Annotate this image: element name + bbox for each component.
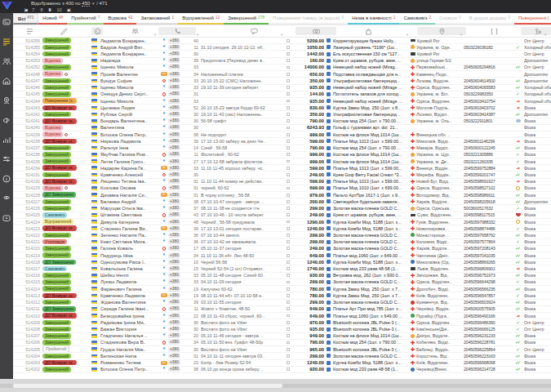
phone-prefix-badge[interactable]: +380	[168, 293, 180, 298]
phone-prefix-badge[interactable]: +380	[168, 152, 180, 157]
order-items-icon[interactable]	[287, 79, 291, 82]
tab-нема-в-наявності[interactable]: Нема в наявності1	[348, 13, 399, 24]
table-row[interactable]: 514212 Завершений Жданова Валентина * +3…	[13, 300, 551, 306]
horizontal-scrollbar[interactable]	[0, 384, 551, 388]
table-row[interactable]: 514216 Завершений Шейко Неллі * +380 33 …	[13, 273, 551, 279]
sidebar-item-marketing-icon[interactable]	[2, 115, 11, 124]
tab-завершений[interactable]: Завершений278	[224, 13, 269, 24]
location-column-icon[interactable]	[417, 27, 466, 35]
phone-prefix-badge[interactable]: +380	[168, 206, 180, 211]
sidebar-item-orders-icon[interactable]	[2, 37, 11, 46]
table-row[interactable]: 514213 ДО Возврат ск.. Кравченко Людмила…	[13, 292, 551, 299]
table-row[interactable]: 514230 ДО Возврат ск.. Лященко Тетяна Ів…	[13, 179, 551, 185]
phone-prefix-badge[interactable]: +380	[168, 38, 180, 43]
table-row[interactable]: 514210 ДО Возврат ск.. Безкоровайна Ірин…	[13, 313, 551, 319]
tab-всі[interactable]: Всі471	[13, 13, 38, 24]
phone-prefix-badge[interactable]: +380	[168, 333, 180, 338]
phone-prefix-badge[interactable]: +380	[168, 58, 180, 63]
order-items-icon[interactable]	[287, 227, 291, 230]
filter-chevron-icon[interactable]: ▼	[196, 33, 199, 37]
phone-prefix-badge[interactable]: +380	[168, 145, 180, 150]
phone-prefix-badge[interactable]: +380	[168, 91, 180, 96]
table-row[interactable]: 514235 Завершений Летяк Галина Григо.. *…	[13, 158, 551, 165]
sidebar-item-id-card-icon[interactable]	[2, 17, 11, 26]
order-items-icon[interactable]	[287, 281, 291, 284]
page-number[interactable]: 9	[48, 7, 51, 12]
table-row[interactable]: 514225 Самовивіз Штакина Светлана +380 4…	[13, 212, 551, 219]
table-row[interactable]: 514239 Відмова Білоока Олена Петр.. * +3…	[13, 131, 551, 138]
order-items-icon[interactable]	[287, 66, 291, 69]
order-items-icon[interactable]	[287, 341, 291, 345]
order-items-icon[interactable]	[287, 287, 291, 291]
order-items-icon[interactable]	[287, 52, 291, 56]
phone-prefix-badge[interactable]: +380	[168, 85, 180, 90]
products-column-icon[interactable]	[362, 27, 374, 35]
phone-prefix-badge[interactable]: +380	[168, 99, 180, 104]
order-items-icon[interactable]	[287, 153, 291, 156]
order-items-icon[interactable]	[287, 307, 291, 310]
order-items-icon[interactable]	[287, 254, 291, 257]
filter-chevron-icon[interactable]: ▼	[280, 33, 283, 37]
phone-prefix-badge[interactable]: +380	[168, 139, 180, 144]
phone-prefix-badge[interactable]: +380	[168, 51, 180, 56]
phone-prefix-badge[interactable]: +380	[168, 166, 180, 171]
phone-prefix-badge[interactable]: +380	[168, 327, 180, 332]
table-row[interactable]: 514223 ДО Возврат ск.. Стасенко Галина В…	[13, 225, 551, 232]
order-items-icon[interactable]	[287, 92, 291, 96]
phone-prefix-badge[interactable]: +380	[168, 125, 180, 130]
phone-prefix-badge[interactable]: +380	[168, 360, 180, 365]
phone-prefix-badge[interactable]: +380	[168, 266, 180, 271]
phone-prefix-badge[interactable]: +380	[168, 239, 180, 244]
table-row[interactable]: 514202 Завершений Білоока Олена Петр.. *…	[13, 367, 551, 373]
phone-column-icon[interactable]	[158, 27, 196, 35]
table-row[interactable]: 514203 ДО Возврат ск.. Романенко Тетяна …	[13, 360, 551, 367]
table-row[interactable]: 514240 Відмова Валентина * +380 30 6243.…	[13, 125, 551, 131]
sidebar-item-warehouse-icon[interactable]	[2, 76, 11, 85]
phone-prefix-badge[interactable]: +380	[168, 78, 180, 83]
table-row[interactable]: 514248 Відмова Пронів Валентин lic +380 …	[13, 71, 551, 78]
call-column-icon[interactable]	[91, 27, 103, 35]
phone-prefix-badge[interactable]: +380	[168, 246, 180, 251]
phone-prefix-badge[interactable]: +380	[168, 306, 180, 311]
scrollbar-thumb[interactable]	[13, 384, 282, 388]
sidebar-item-finance-icon[interactable]	[2, 96, 11, 105]
phone-prefix-badge[interactable]: +380	[168, 253, 180, 258]
phone-prefix-badge[interactable]: +380	[168, 233, 180, 238]
table-row[interactable]: 514219 Завершений Педурець Ніна * +380 3…	[13, 252, 551, 259]
table-row[interactable]: 514224 Відправлений Димула Катерина * +3…	[13, 219, 551, 225]
phone-prefix-badge[interactable]: +380	[168, 179, 180, 184]
tab-запакований[interactable]: Запакований1	[136, 13, 178, 24]
order-items-icon[interactable]	[287, 73, 291, 76]
table-row[interactable]: 514208 Завершений Бажан Виктория * +380 …	[13, 326, 551, 332]
table-row[interactable]: 514253 Відмова Надежда * +380 39 Предопл…	[13, 58, 551, 65]
order-items-icon[interactable]	[287, 274, 291, 277]
tab-новий[interactable]: Новий48	[38, 13, 67, 24]
table-row[interactable]: 514209 Завершений Раднікова Ірина Ми.. *…	[13, 319, 551, 326]
order-items-icon[interactable]	[287, 180, 291, 183]
table-row[interactable]: 514211 ДО Завершено Середа Галина Івані.…	[13, 306, 551, 313]
phone-prefix-badge[interactable]: +380	[168, 279, 180, 284]
table-row[interactable]: 514221 Утилізація Кнап Світлана Миха.. *…	[13, 239, 551, 246]
tab-відправлений[interactable]: Відправлений12	[178, 13, 224, 24]
table-row[interactable]: 514246 Завершений Іщенко Микола * +380 3…	[13, 85, 551, 91]
order-items-icon[interactable]	[287, 194, 291, 197]
tab-повернення-[interactable]: Повернення (	[514, 13, 551, 24]
last-page-button[interactable]: ▶|	[68, 7, 69, 12]
table-row[interactable]: 514226 Завершений Марущак Ольга Іва.. * …	[13, 205, 551, 212]
customer-column-icon[interactable]	[129, 27, 140, 35]
phone-prefix-badge[interactable]: +380	[168, 65, 180, 69]
table-row[interactable]: 514245 Завершений Онищук Денис Сергі.. +…	[13, 91, 551, 98]
phone-prefix-badge[interactable]: +380	[168, 220, 180, 225]
table-row[interactable]: 514237 Завершений Ральчук Інна * +380 14…	[13, 145, 551, 152]
order-items-icon[interactable]	[287, 267, 291, 270]
table-row[interactable]: 514205 Прийнятий Грудок Наталія Мик.. * …	[13, 346, 551, 353]
table-row[interactable]: 514227 Завершений Баланюк Андрій * +380 …	[13, 198, 551, 205]
phone-prefix-badge[interactable]: +380	[168, 340, 180, 345]
order-items-icon[interactable]	[287, 113, 291, 116]
order-items-icon[interactable]	[287, 220, 291, 224]
order-items-icon[interactable]	[287, 46, 291, 49]
order-items-icon[interactable]	[287, 348, 291, 351]
phone-prefix-badge[interactable]: +380	[168, 287, 180, 292]
page-number[interactable]: 8	[40, 7, 42, 12]
tab-відмова[interactable]: Відмова42	[104, 13, 136, 24]
